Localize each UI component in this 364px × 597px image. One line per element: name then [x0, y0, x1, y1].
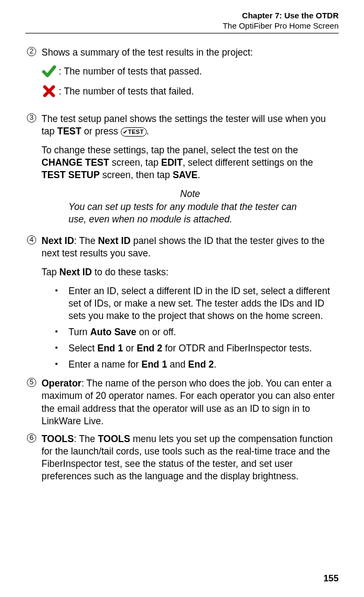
note-body: You can set up tests for any module that…: [68, 201, 315, 226]
section-title: The OptiFiber Pro Home Screen: [25, 21, 339, 31]
page-number: 155: [25, 573, 339, 587]
page-header: Chapter 7: Use the OTDR The OptiFiber Pr…: [25, 11, 339, 31]
chapter-title: Chapter 7: Use the OTDR: [25, 11, 339, 21]
callout-3-para-1: The test setup panel shows the settings …: [42, 113, 339, 138]
svg-text:4: 4: [29, 235, 33, 243]
callout-2-text: Shows a summary of the test results in t…: [42, 46, 339, 59]
pass-legend: : The number of tests that passed.: [42, 65, 339, 78]
svg-text:5: 5: [29, 378, 33, 386]
list-item: Enter an ID, select a different ID in th…: [53, 285, 339, 322]
list-item: Select End 1 or End 2 for OTDR and Fiber…: [53, 342, 339, 355]
fail-legend: : The number of tests that failed.: [42, 85, 339, 98]
callout-4-para-1: Next ID: The Next ID panel shows the ID …: [42, 235, 339, 260]
callout-6: 6 TOOLS: The TOOLS menu lets you set up …: [25, 433, 339, 483]
page-content: 2 Shows a summary of the test results in…: [25, 46, 339, 574]
note-heading: Note: [42, 188, 339, 200]
callout-2: 2 Shows a summary of the test results in…: [25, 46, 339, 105]
header-rule: [25, 33, 339, 33]
callout-marker-2: 2: [25, 46, 37, 57]
fail-legend-text: : The number of tests that failed.: [59, 85, 194, 98]
callout-marker-4: 4: [25, 235, 37, 245]
callout-6-text: TOOLS: The TOOLS menu lets you set up th…: [42, 433, 339, 483]
svg-text:6: 6: [29, 433, 33, 442]
document-page: Chapter 7: Use the OTDR The OptiFiber Pr…: [0, 0, 364, 597]
list-item: Turn Auto Save on or off.: [53, 326, 339, 338]
callout-5: 5 Operator: The name of the person who d…: [25, 377, 339, 427]
pass-legend-text: : The number of tests that passed.: [59, 65, 202, 78]
callout-5-text: Operator: The name of the person who doe…: [42, 377, 339, 427]
svg-text:3: 3: [29, 113, 33, 121]
x-icon: [42, 85, 57, 97]
callout-4-para-2: Tap Next ID to do these tasks:: [42, 266, 339, 279]
callout-3: 3 The test setup panel shows the setting…: [25, 113, 339, 234]
callout-4-bullets: Enter an ID, select a different ID in th…: [53, 285, 339, 371]
check-icon: [42, 65, 57, 77]
callout-3-para-2: To change these settings, tap the panel,…: [42, 144, 339, 181]
callout-marker-3: 3: [25, 113, 37, 123]
callout-marker-5: 5: [25, 377, 37, 388]
callout-4: 4 Next ID: The Next ID panel shows the I…: [25, 235, 339, 377]
callout-marker-6: 6: [25, 433, 37, 443]
list-item: Enter a name for End 1 and End 2.: [53, 358, 339, 371]
svg-text:2: 2: [29, 47, 33, 55]
test-key-icon: ✔TEST: [121, 127, 147, 137]
